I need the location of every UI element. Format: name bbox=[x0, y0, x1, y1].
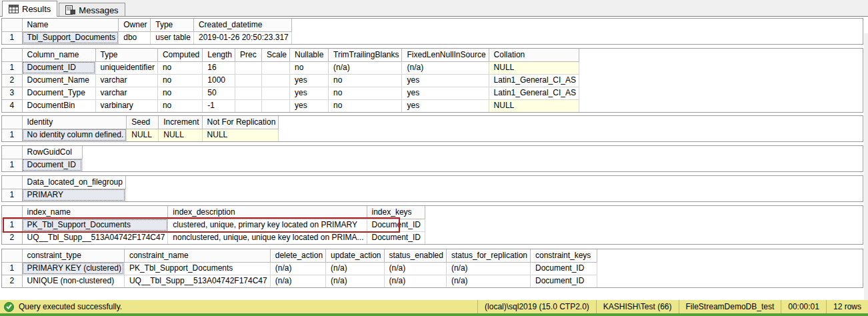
grid-cell[interactable] bbox=[261, 61, 289, 74]
grid-cell[interactable]: Document_ID bbox=[531, 262, 597, 275]
grid-cell[interactable]: PRIMARY bbox=[22, 189, 125, 201]
column-header[interactable]: constraint_keys bbox=[531, 249, 597, 262]
grid-cell[interactable]: (n/a) bbox=[384, 275, 446, 287]
grid-cell[interactable]: (n/a) bbox=[326, 262, 384, 275]
grid-cell[interactable]: yes bbox=[402, 99, 489, 112]
column-header[interactable]: index_description bbox=[168, 206, 367, 219]
grid-cell[interactable]: Document_Type bbox=[22, 87, 95, 99]
grid-cell[interactable]: (n/a) bbox=[402, 61, 489, 74]
grid-cell[interactable]: (n/a) bbox=[384, 262, 446, 275]
row-number[interactable]: 1 bbox=[2, 61, 22, 74]
grid-cell[interactable]: no bbox=[329, 99, 402, 112]
row-number[interactable]: 1 bbox=[2, 189, 22, 201]
column-header[interactable]: status_enabled bbox=[384, 249, 446, 262]
column-header[interactable]: Increment bbox=[159, 116, 202, 129]
grid-cell[interactable]: NULL bbox=[489, 99, 579, 112]
row-header-corner[interactable] bbox=[2, 249, 22, 262]
grid-cell[interactable]: No identity column defined. bbox=[22, 129, 127, 141]
column-header[interactable]: Nullable bbox=[290, 49, 329, 61]
grid-cell[interactable] bbox=[261, 99, 289, 112]
column-header[interactable]: Identity bbox=[22, 116, 127, 129]
grid-cell[interactable]: Document_ID bbox=[22, 159, 82, 171]
grid-cell[interactable]: varbinary bbox=[95, 99, 157, 112]
row-header-corner[interactable] bbox=[2, 116, 22, 129]
grid-cell[interactable]: varchar bbox=[95, 74, 157, 87]
grid-cell[interactable]: Document_ID bbox=[367, 231, 425, 244]
grid-cell[interactable] bbox=[235, 87, 261, 99]
grid-cell[interactable]: 16 bbox=[203, 61, 235, 74]
grid-cell[interactable]: UQ__Tbl_Supp__513A04742F174C47 bbox=[22, 231, 168, 244]
grid-cell[interactable]: Document_Name bbox=[22, 74, 95, 87]
row-number[interactable]: 2 bbox=[2, 231, 22, 244]
column-header[interactable]: Seed bbox=[127, 116, 159, 129]
grid-cell[interactable]: no bbox=[157, 87, 202, 99]
row-header-corner[interactable] bbox=[2, 206, 22, 219]
grid-cell[interactable]: Tbl_Support_Documents bbox=[22, 31, 119, 44]
grid-cell[interactable]: (n/a) bbox=[329, 61, 402, 74]
column-header[interactable]: Length bbox=[203, 49, 235, 61]
column-header[interactable]: delete_action bbox=[270, 249, 325, 262]
row-number[interactable]: 2 bbox=[2, 275, 22, 287]
grid-cell[interactable]: (n/a) bbox=[446, 275, 530, 287]
grid-cell[interactable]: yes bbox=[402, 74, 489, 87]
grid-cell[interactable]: no bbox=[157, 99, 202, 112]
row-header-corner[interactable] bbox=[2, 146, 22, 159]
grid-cell[interactable] bbox=[261, 74, 289, 87]
tab-messages[interactable]: Messages bbox=[59, 3, 125, 17]
column-header[interactable]: status_for_replication bbox=[446, 249, 530, 262]
grid-cell[interactable]: 2019-01-26 20:50:23.317 bbox=[193, 31, 291, 44]
grid-cell[interactable] bbox=[235, 74, 261, 87]
grid-cell[interactable]: no bbox=[329, 87, 402, 99]
grid-cell[interactable] bbox=[235, 61, 261, 74]
grid-cell[interactable]: (n/a) bbox=[326, 275, 384, 287]
row-header-corner[interactable] bbox=[2, 49, 22, 61]
grid-cell[interactable]: Latin1_General_CI_AS bbox=[489, 74, 579, 87]
row-header-corner[interactable] bbox=[2, 19, 22, 31]
grid-cell[interactable] bbox=[261, 87, 289, 99]
grid-cell[interactable]: dbo bbox=[119, 31, 151, 44]
grid-cell[interactable]: yes bbox=[290, 99, 329, 112]
grid-cell[interactable]: NULL bbox=[127, 129, 159, 141]
grid-cell[interactable]: 50 bbox=[203, 87, 235, 99]
grid-cell[interactable]: (n/a) bbox=[270, 275, 325, 287]
grid-cell[interactable]: 1000 bbox=[203, 74, 235, 87]
grid-cell[interactable]: PK_Tbl_Support_Documents bbox=[22, 219, 168, 231]
grid-cell[interactable]: no bbox=[157, 61, 202, 74]
grid-cell[interactable]: varchar bbox=[95, 87, 157, 99]
column-header[interactable]: Owner bbox=[119, 19, 151, 31]
column-header[interactable]: TrimTrailingBlanks bbox=[329, 49, 402, 61]
row-header-corner[interactable] bbox=[2, 176, 22, 189]
grid-cell[interactable]: -1 bbox=[203, 99, 235, 112]
grid-cell[interactable]: (n/a) bbox=[270, 262, 325, 275]
grid-cell[interactable]: UNIQUE (non-clustered) bbox=[22, 275, 124, 287]
column-header[interactable]: Prec bbox=[235, 49, 261, 61]
row-number[interactable]: 2 bbox=[2, 74, 22, 87]
row-number[interactable]: 1 bbox=[2, 31, 22, 44]
row-number[interactable]: 1 bbox=[2, 219, 22, 231]
column-header[interactable]: Scale bbox=[261, 49, 289, 61]
grid-cell[interactable]: no bbox=[157, 74, 202, 87]
column-header[interactable]: constraint_name bbox=[124, 249, 270, 262]
row-number[interactable]: 3 bbox=[2, 87, 22, 99]
column-header[interactable]: Data_located_on_filegroup bbox=[22, 176, 125, 189]
row-number[interactable]: 1 bbox=[2, 159, 22, 171]
grid-cell[interactable]: PRIMARY KEY (clustered) bbox=[22, 262, 124, 275]
grid-cell[interactable]: Document_ID bbox=[531, 275, 597, 287]
column-header[interactable]: Collation bbox=[489, 49, 579, 61]
grid-cell[interactable]: NULL bbox=[202, 129, 279, 141]
grid-cell[interactable]: nonclustered, unique, unique key located… bbox=[168, 231, 367, 244]
grid-cell[interactable]: yes bbox=[290, 74, 329, 87]
row-number[interactable]: 4 bbox=[2, 99, 22, 112]
grid-cell[interactable]: Document_ID bbox=[22, 61, 95, 74]
tab-results[interactable]: Results bbox=[2, 1, 57, 17]
column-header[interactable]: update_action bbox=[326, 249, 384, 262]
column-header[interactable]: constraint_type bbox=[22, 249, 124, 262]
grid-cell[interactable]: user table bbox=[151, 31, 194, 44]
grid-cell[interactable]: PK_Tbl_Support_Documents bbox=[124, 262, 270, 275]
grid-cell[interactable]: DocumentBin bbox=[22, 99, 95, 112]
column-header[interactable]: index_name bbox=[22, 206, 168, 219]
column-header[interactable]: index_keys bbox=[367, 206, 425, 219]
column-header[interactable]: RowGuidCol bbox=[22, 146, 82, 159]
column-header[interactable]: Created_datetime bbox=[193, 19, 291, 31]
grid-cell[interactable]: NULL bbox=[489, 61, 579, 74]
